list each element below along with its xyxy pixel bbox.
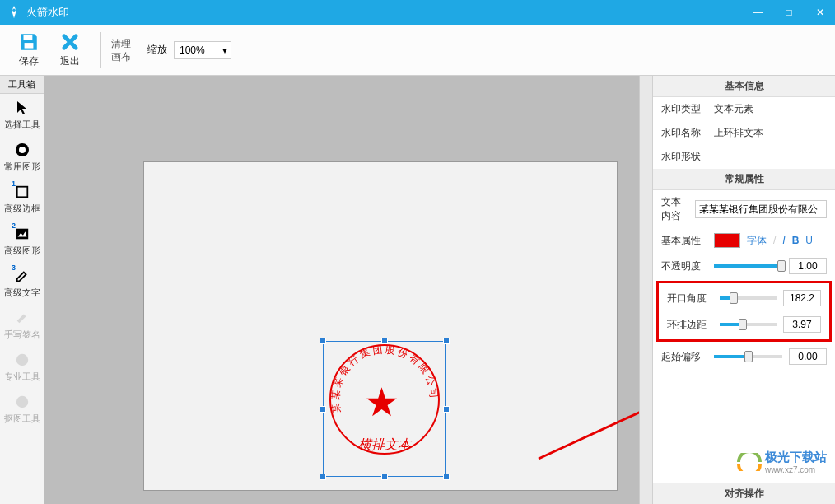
app-title: 火箭水印 bbox=[26, 5, 69, 20]
sidebar-item-sign[interactable]: 手写签名 bbox=[0, 304, 44, 346]
property-panel: 基本信息 水印类型 文本元素 水印名称 上环排文本 水印形状 常规属性 文本内容… bbox=[652, 76, 835, 504]
canvas-area[interactable]: 某某某银行集团股份有限公司 ★ 横排文本 bbox=[44, 76, 652, 504]
seal-horizontal-text: 横排文本 bbox=[323, 436, 446, 454]
row-text-content: 文本内容 bbox=[653, 190, 835, 228]
offset-slider[interactable] bbox=[714, 355, 782, 358]
slider-thumb[interactable] bbox=[744, 351, 753, 362]
row-watermark-name: 水印名称 上环排文本 bbox=[653, 121, 835, 145]
save-button[interactable]: 保存 bbox=[8, 31, 49, 68]
sidebar-item-advtext[interactable]: 3 高级文字 bbox=[0, 262, 44, 304]
sidebar-item-cutout[interactable]: 抠图工具 bbox=[0, 388, 44, 430]
exit-icon bbox=[59, 31, 81, 53]
svg-rect-1 bbox=[24, 35, 33, 40]
opacity-value[interactable]: 1.00 bbox=[789, 258, 827, 274]
row-base-attr: 基本属性 字体 / I B U bbox=[653, 228, 835, 253]
svg-point-4 bbox=[19, 147, 26, 153]
zoom-label: 缩放 bbox=[147, 43, 167, 57]
section-basic-info: 基本信息 bbox=[653, 76, 835, 97]
sidebar-item-select[interactable]: 选择工具 bbox=[0, 94, 44, 136]
star-icon: ★ bbox=[364, 379, 399, 425]
window-controls: — □ ✕ bbox=[749, 7, 828, 18]
sign-icon bbox=[13, 309, 31, 327]
text-content-input[interactable] bbox=[695, 200, 827, 218]
app-icon bbox=[7, 5, 21, 20]
sidebar-item-pro[interactable]: 专业工具 bbox=[0, 346, 44, 388]
toolbar-separator bbox=[100, 32, 101, 68]
svg-point-8 bbox=[16, 396, 27, 408]
margin-slider[interactable] bbox=[720, 323, 777, 326]
minimize-button[interactable]: — bbox=[749, 7, 766, 18]
italic-button[interactable]: I bbox=[782, 235, 785, 246]
margin-value[interactable]: 3.97 bbox=[783, 316, 821, 333]
row-start-offset: 起始偏移 0.00 bbox=[653, 343, 835, 370]
section-normal-props: 常规属性 bbox=[653, 169, 835, 190]
row-opacity: 不透明度 1.00 bbox=[653, 253, 835, 279]
save-label: 保存 bbox=[19, 54, 39, 68]
main-toolbar: 保存 退出 清理 画布 缩放 100% ▾ bbox=[0, 25, 835, 76]
opacity-slider[interactable] bbox=[714, 264, 782, 268]
exit-label: 退出 bbox=[60, 54, 80, 68]
slider-thumb[interactable] bbox=[739, 319, 747, 330]
zoom-value: 100% bbox=[180, 44, 205, 56]
svg-point-0 bbox=[12, 9, 16, 12]
sidebar-item-border[interactable]: 1 高级边框 bbox=[0, 178, 44, 220]
logo-icon bbox=[737, 453, 762, 471]
sidebar-item-advimage[interactable]: 2 高级图形 bbox=[0, 220, 44, 262]
underline-button[interactable]: U bbox=[805, 235, 813, 246]
resize-handle[interactable] bbox=[443, 406, 450, 413]
angle-slider[interactable] bbox=[720, 296, 777, 300]
resize-handle[interactable] bbox=[320, 474, 326, 480]
sidebar-header: 工具箱 bbox=[0, 76, 44, 94]
maximize-button[interactable]: □ bbox=[781, 7, 797, 18]
palette-icon bbox=[13, 393, 31, 411]
row-watermark-type: 水印类型 文本元素 bbox=[653, 97, 835, 121]
sidebar-item-shapes[interactable]: 常用图形 bbox=[0, 136, 44, 178]
bold-button[interactable]: B bbox=[792, 235, 800, 246]
vertical-scrollbar[interactable] bbox=[639, 76, 652, 504]
svg-rect-2 bbox=[25, 43, 34, 49]
zoom-group: 缩放 100% ▾ bbox=[147, 41, 231, 59]
tool-sidebar: 工具箱 选择工具 常用图形 1 高级边框 2 高级图形 3 高级文字 手写签名 bbox=[0, 76, 44, 504]
offset-value[interactable]: 0.00 bbox=[789, 348, 827, 365]
resize-handle[interactable] bbox=[320, 338, 326, 344]
row-opening-angle: 开口角度 182.2 bbox=[659, 285, 829, 311]
save-icon bbox=[18, 31, 40, 53]
exit-button[interactable]: 退出 bbox=[49, 31, 91, 68]
zoom-select[interactable]: 100% ▾ bbox=[174, 41, 231, 59]
svg-point-7 bbox=[16, 354, 27, 366]
slider-thumb[interactable] bbox=[730, 292, 738, 304]
resize-handle[interactable] bbox=[381, 338, 388, 344]
download-watermark: 极光下载站 www.xz7.com bbox=[737, 450, 827, 474]
circle-icon bbox=[13, 141, 31, 159]
font-button[interactable]: 字体 bbox=[747, 234, 767, 248]
selected-element[interactable]: 某某某银行集团股份有限公司 ★ 横排文本 bbox=[323, 341, 446, 477]
angle-value[interactable]: 182.2 bbox=[783, 290, 821, 306]
section-align[interactable]: 对齐操作 bbox=[653, 483, 835, 504]
clear-canvas-button[interactable]: 清理 画布 bbox=[111, 37, 131, 63]
palette-icon bbox=[13, 351, 31, 369]
cursor-icon bbox=[13, 99, 31, 117]
row-watermark-shape: 水印形状 bbox=[653, 145, 835, 169]
resize-handle[interactable] bbox=[320, 406, 326, 413]
resize-handle[interactable] bbox=[443, 474, 450, 480]
slider-thumb[interactable] bbox=[777, 260, 786, 272]
titlebar: 火箭水印 — □ ✕ bbox=[0, 0, 835, 25]
highlight-annotation: 开口角度 182.2 环排边距 3.97 bbox=[656, 281, 832, 342]
resize-handle[interactable] bbox=[381, 474, 388, 480]
svg-rect-6 bbox=[16, 229, 27, 240]
resize-handle[interactable] bbox=[443, 338, 450, 344]
dropdown-icon: ▾ bbox=[222, 44, 227, 56]
color-swatch[interactable] bbox=[714, 233, 740, 248]
close-button[interactable]: ✕ bbox=[812, 7, 828, 18]
row-ring-margin: 环排边距 3.97 bbox=[659, 311, 829, 338]
svg-rect-5 bbox=[16, 187, 27, 198]
